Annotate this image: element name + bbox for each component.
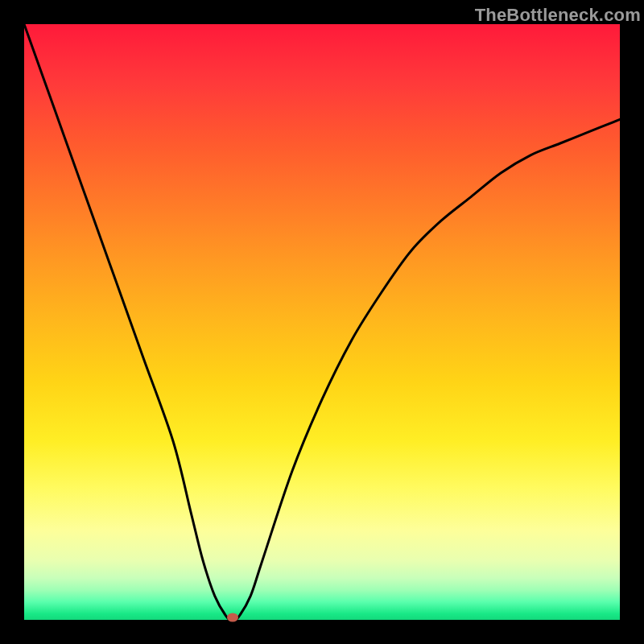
watermark-text: TheBottleneck.com [475,5,641,26]
chart-frame: TheBottleneck.com [24,0,644,620]
bottleneck-curve [24,24,620,620]
minimum-marker [227,613,238,622]
chart-svg [24,24,620,620]
